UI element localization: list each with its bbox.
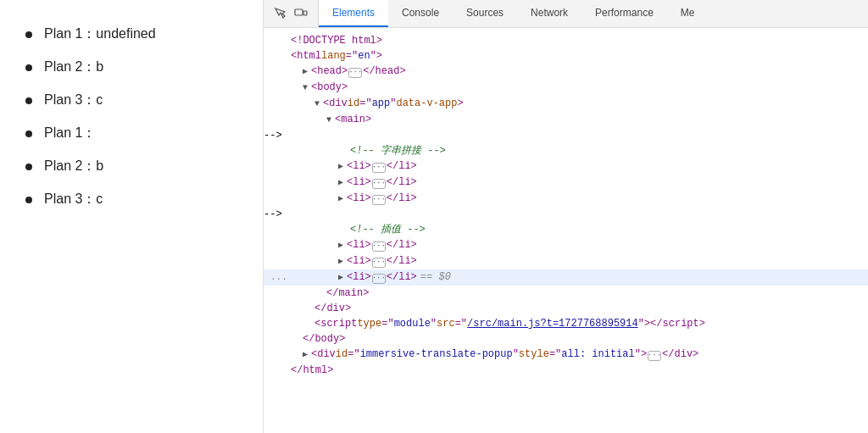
list-item: Plan 3：c <box>25 191 246 208</box>
toolbar-icons <box>264 0 319 27</box>
tab-sources[interactable]: Sources <box>453 0 517 27</box>
code-line-body-close[interactable]: </body> <box>264 331 868 347</box>
tab-console[interactable]: Console <box>388 0 453 27</box>
device-toggle-icon[interactable] <box>293 6 309 21</box>
expand-li4-arrow[interactable]: ▶ <box>338 238 347 253</box>
expand-div-app-arrow[interactable]: ▼ <box>314 97 323 112</box>
code-area[interactable]: <!DOCTYPE html> <html lang="en"> ▶ <head… <box>264 28 868 433</box>
list-item-text: Plan 3：c <box>44 92 103 109</box>
expand-li1-arrow[interactable]: ▶ <box>338 159 347 175</box>
expand-main-arrow[interactable]: ▼ <box>326 113 335 128</box>
li4-ellipsis[interactable]: ··· <box>372 241 386 252</box>
code-line-li-1[interactable]: ▶ <li> ··· </li> <box>264 158 868 175</box>
bullet-icon <box>25 97 32 104</box>
bullet-icon <box>25 197 32 203</box>
li6-ellipsis[interactable]: ··· <box>372 274 386 284</box>
li5-ellipsis[interactable]: ··· <box>372 258 386 268</box>
code-line-div-app[interactable]: ▼ <div id="app" data-v-app> <box>264 96 868 112</box>
expand-li5-arrow[interactable]: ▶ <box>338 254 347 269</box>
code-line-li-6-selected[interactable]: ... ▶ <li> ··· </li> == $0 <box>264 269 868 286</box>
code-line-main-open[interactable]: ▼ <main> <box>264 112 868 128</box>
list-item: Plan 2：b <box>25 58 246 76</box>
code-line-div-immersive[interactable]: ▶ <div id="immersive-translate-popup" st… <box>264 347 868 363</box>
list-item: Plan 3：c <box>25 92 246 109</box>
code-line-doctype[interactable]: <!DOCTYPE html> <box>264 33 868 48</box>
li1-ellipsis[interactable]: ··· <box>372 163 386 173</box>
li3-ellipsis[interactable]: ··· <box>372 195 386 205</box>
code-line-html-close[interactable]: </html> <box>264 363 868 378</box>
code-line-head[interactable]: ▶ <head> ··· </head> <box>264 64 868 80</box>
code-line-div-close[interactable]: </div> <box>264 301 868 316</box>
list-item-text: Plan 3：c <box>44 191 103 208</box>
devtools-toolbar: Elements Console Sources Network Perform… <box>264 0 868 28</box>
tab-more[interactable]: Me <box>667 0 709 27</box>
immersive-ellipsis[interactable]: ··· <box>648 351 661 361</box>
inspect-element-icon[interactable] <box>273 6 288 21</box>
code-line-html-open[interactable]: <html lang="en"> <box>264 48 868 64</box>
svg-rect-1 <box>303 11 307 15</box>
list-item: Plan 1：undefined <box>25 25 246 43</box>
expand-li3-arrow[interactable]: ▶ <box>338 192 347 207</box>
expand-head-arrow[interactable]: ▶ <box>303 64 311 80</box>
expand-li6-arrow[interactable]: ▶ <box>338 270 347 286</box>
svg-rect-0 <box>295 9 303 15</box>
devtools-tabs: Elements Console Sources Network Perform… <box>319 0 708 27</box>
li2-ellipsis[interactable]: ··· <box>372 179 386 189</box>
list-item-text: Plan 2：b <box>44 58 103 76</box>
left-panel: Plan 1：undefined Plan 2：b Plan 3：c Plan … <box>0 0 263 433</box>
list-item-text: Plan 1： <box>44 125 96 142</box>
code-line-li-4[interactable]: ▶ <li> ··· </li> <box>264 237 868 253</box>
list-item-text: Plan 1：undefined <box>44 25 156 43</box>
expand-immersive-arrow[interactable]: ▶ <box>303 347 311 363</box>
code-line-main-close[interactable]: </main> <box>264 286 868 301</box>
list-item: Plan 2：b <box>25 158 246 175</box>
bullet-icon <box>25 164 32 170</box>
code-line-script[interactable]: <script type="module" src="/src/main.js?… <box>264 316 868 331</box>
code-line-li-2[interactable]: ▶ <li> ··· </li> <box>264 175 868 191</box>
tab-performance[interactable]: Performance <box>581 0 667 27</box>
bullet-icon <box>25 130 32 137</box>
devtools-panel: Elements Console Sources Network Perform… <box>263 0 868 433</box>
list-item-text: Plan 2：b <box>44 158 103 175</box>
expand-body-arrow[interactable]: ▼ <box>303 80 311 96</box>
code-line-li-3[interactable]: ▶ <li> ··· </li> <box>264 191 868 207</box>
code-line-li-5[interactable]: ▶ <li> ··· </li> <box>264 253 868 269</box>
tab-elements[interactable]: Elements <box>319 0 388 27</box>
code-line-body-open[interactable]: ▼ <body> <box>264 80 868 96</box>
bullet-icon <box>25 64 32 71</box>
tab-network[interactable]: Network <box>517 0 581 27</box>
script-src-link[interactable]: /src/main.js?t=1727768895914 <box>467 316 638 331</box>
list-item: Plan 1： <box>25 125 246 142</box>
selected-indicator: == $0 <box>420 269 451 285</box>
code-line-comment-concat[interactable]: <!-- 字串拼接 --> <box>264 143 868 158</box>
expand-li2-arrow[interactable]: ▶ <box>338 175 347 191</box>
code-line-comment-insert[interactable]: <!-- 插值 --> <box>264 222 868 237</box>
bullet-icon <box>25 31 32 38</box>
head-ellipsis[interactable]: ··· <box>348 68 362 78</box>
